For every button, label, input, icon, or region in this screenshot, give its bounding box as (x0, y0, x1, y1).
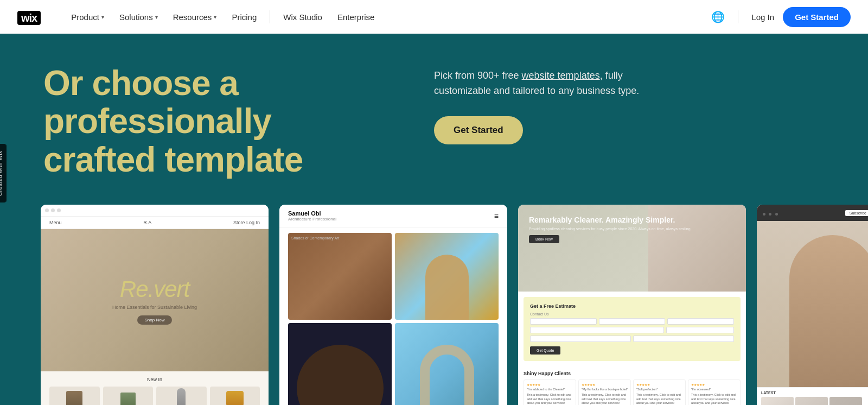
template-card-store[interactable]: Menu R.A Store Log In Re.vert Home Essen… (41, 205, 269, 405)
logo-text: wix (17, 11, 41, 25)
template-card-business[interactable]: Remarkably Cleaner. Amazingly Simpler. P… (518, 205, 746, 405)
hero-description: Pick from 900+ free website templates, f… (434, 68, 662, 99)
card3-hero-content: Remarkably Cleaner. Amazingly Simpler. P… (518, 205, 746, 254)
browser-dot-red (45, 208, 49, 212)
card4-subscribe-btn[interactable]: Subscribe (845, 210, 868, 216)
globe-icon[interactable]: 🌐 (711, 10, 725, 23)
card1-login: Store Log In (233, 220, 260, 225)
browser-dot-green (57, 208, 61, 212)
card2-header: Samuel Obi Architecture Professional ≡ (279, 205, 507, 227)
nav-links: Product ▾ Solutions ▾ Resources ▾ Pricin… (65, 8, 694, 26)
card4-nav-dots (762, 208, 778, 218)
card3-hero: Remarkably Cleaner. Amazingly Simpler. P… (518, 205, 746, 292)
card1-brand-header: R.A (143, 220, 151, 225)
nav-product-label: Product (71, 12, 99, 22)
browser-bar (41, 205, 269, 217)
card3-reviews-title: Shiny Happy Clients (524, 371, 741, 376)
stars-3: ★★★★★ (691, 383, 737, 387)
login-link[interactable]: Log In (751, 12, 774, 22)
product-image (66, 391, 82, 405)
card1-header: Menu R.A Store Log In (41, 217, 269, 229)
product-soap[interactable]: Seaweed Natural Soap $11.90 (103, 387, 154, 405)
card1-hero-text: Re.vert Home Essentials for Sustainable … (112, 276, 197, 325)
chevron-down-icon: ▾ (155, 14, 158, 20)
card2-portfolio-sub: Architecture Professional (288, 217, 336, 222)
card3-field-email[interactable] (599, 318, 666, 325)
card2-title-group: Samuel Obi Architecture Professional (288, 210, 336, 222)
card3-inner: Remarkably Cleaner. Amazingly Simpler. P… (518, 205, 746, 405)
card3-field-service[interactable] (530, 336, 631, 342)
card4-hero-figure (789, 235, 868, 387)
nav-item-product[interactable]: Product ▾ (65, 8, 111, 26)
card2-caption1: Shades of Contemporary Art (288, 233, 392, 243)
menu-icon[interactable]: ≡ (494, 212, 499, 220)
navbar: wix Product ▾ Solutions ▾ Resources ▾ Pr… (0, 0, 868, 34)
card3-field-name[interactable] (530, 318, 597, 325)
templates-section: Menu R.A Store Log In Re.vert Home Essen… (0, 205, 868, 405)
nav-item-resources[interactable]: Resources ▾ (167, 8, 224, 26)
nav-resources-label: Resources (173, 12, 212, 22)
review-item-0: ★★★★★ "I'm addicted to the Cleanie!" Thi… (524, 379, 576, 405)
card3-field-address[interactable] (530, 327, 664, 333)
hero-title: Or choose a professionally crafted templ… (43, 64, 391, 179)
card1-hero-area: Re.vert Home Essentials for Sustainable … (41, 229, 269, 371)
nav-item-pricing[interactable]: Pricing (225, 8, 263, 26)
browser-dot-yellow (51, 208, 55, 212)
product-bottle[interactable]: Stainless Steel Bottle $29.90 (156, 387, 207, 405)
product-sponges[interactable]: Compostable Kitchen Sponges $7.90 (210, 387, 260, 405)
stars-1: ★★★★★ (582, 383, 628, 387)
card-browser: Menu R.A Store Log In Re.vert Home Essen… (41, 205, 269, 405)
card3-reviews: Shiny Happy Clients ★★★★★ "I'm addicted … (518, 366, 746, 405)
nav-item-solutions[interactable]: Solutions ▾ (113, 8, 164, 26)
card3-hero-sub: Providing spotless cleaning services for… (529, 227, 735, 231)
review-item-3: ★★★★★ "I'm obsessed" This a testimony. C… (688, 379, 741, 405)
card3-form-section: Get a Free Estimate Contact Us Get Quote (524, 297, 741, 361)
wix-logo[interactable]: wix (17, 8, 41, 26)
review-item-2: ★★★★★ "Soft perfection" This a testimony… (633, 379, 686, 405)
card2-image-4: Soaring Sydney Bridge (395, 323, 499, 405)
review-quote-3: "I'm obsessed" (691, 388, 737, 392)
card3-field-phone[interactable] (667, 318, 734, 325)
review-quote-1: "My flat looks like a boutique hotel" (582, 388, 628, 392)
chevron-down-icon: ▾ (214, 14, 216, 20)
card4-latest-section: LATEST (757, 387, 868, 405)
card3-form-row1 (530, 318, 734, 325)
card4-thumb-1 (761, 397, 794, 405)
template-card-portfolio[interactable]: Samuel Obi Architecture Professional ≡ S… (279, 205, 507, 405)
card3-form-title: Get a Free Estimate (530, 303, 734, 309)
product-eco-cream[interactable]: Eco Cream $9.90 (49, 387, 100, 405)
review-quote-0: "I'm addicted to the Cleanie!" (527, 388, 573, 392)
nav-solutions-label: Solutions (119, 12, 153, 22)
chevron-down-icon: ▾ (101, 14, 104, 20)
website-templates-link[interactable]: website templates (522, 70, 600, 81)
card1-products: New In Eco Cream $9.90 Seaweed Natural S… (41, 371, 269, 405)
nav-dot (775, 213, 778, 216)
hero-right: Pick from 900+ free website templates, f… (434, 64, 662, 144)
review-text-1: This a testimony. Click to edit and add … (582, 393, 628, 405)
nav-item-enterprise[interactable]: Enterprise (331, 8, 381, 26)
nav-pricing-label: Pricing (232, 12, 257, 22)
card1-products-title: New In (49, 377, 260, 382)
card3-review-row: ★★★★★ "I'm addicted to the Cleanie!" Thi… (524, 379, 741, 405)
card2-inner: Samuel Obi Architecture Professional ≡ S… (279, 205, 507, 405)
nav-enterprise-label: Enterprise (337, 12, 374, 22)
hero-desc-text: Pick from 900+ free (434, 70, 522, 81)
get-started-nav-button[interactable]: Get Started (783, 7, 851, 27)
card3-form-submit[interactable]: Get Quote (530, 346, 560, 355)
review-text-2: This a testimony. Click to edit and add … (636, 393, 682, 405)
card4-thumb-2 (795, 397, 828, 405)
nav-dot (763, 213, 765, 216)
card1-shop-btn[interactable]: Shop Now (137, 315, 173, 325)
nav-wixstudio-label: Wix Studio (283, 12, 322, 22)
template-card-blog[interactable]: Subscribe LATEST (757, 205, 868, 405)
card4-thumb-grid (761, 397, 868, 405)
card2-arch-shape (425, 255, 469, 320)
nav-item-wixstudio[interactable]: Wix Studio (277, 8, 329, 26)
card1-tagline: Home Essentials for Sustainable Living (112, 305, 197, 310)
card3-field-zip[interactable] (666, 327, 734, 333)
nav-divider (270, 10, 270, 23)
card3-hero-btn[interactable]: Book Now (529, 235, 559, 243)
hero-cta-button[interactable]: Get Started (434, 116, 523, 144)
card3-field-date[interactable] (633, 336, 734, 342)
card1-brand-name: Re.vert (112, 276, 197, 302)
